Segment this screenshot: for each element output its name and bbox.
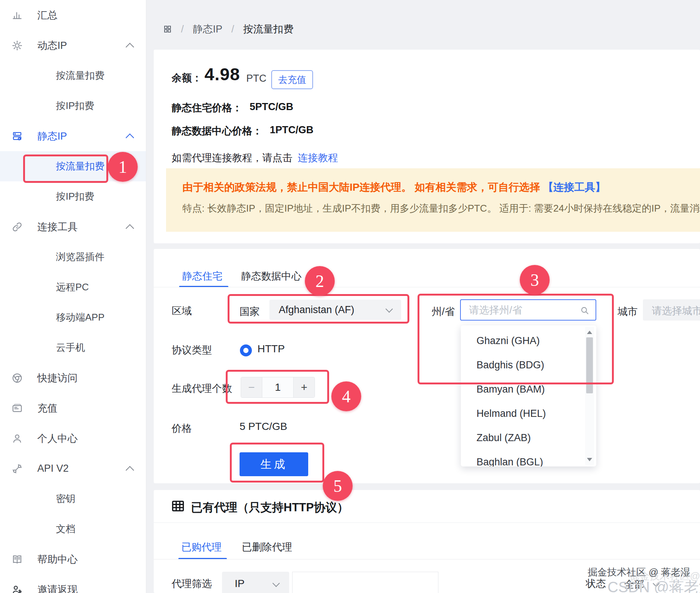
filter-search-input[interactable] bbox=[292, 572, 438, 593]
stepper-minus-button[interactable]: − bbox=[241, 377, 262, 397]
breadcrumb-separator: / bbox=[181, 24, 184, 35]
tab-deleted-proxies[interactable]: 已删除代理 bbox=[242, 540, 292, 554]
chevron-up-icon bbox=[126, 43, 134, 51]
sidebar-item-static-by-ip[interactable]: 按IP扣费 bbox=[0, 181, 146, 212]
sidebar-item-quick-access[interactable]: 快捷访问 bbox=[0, 363, 146, 393]
proxy-filter-label: 代理筛选 bbox=[172, 577, 212, 590]
annotation-badge-4: 4 bbox=[331, 381, 361, 411]
recharge-button[interactable]: 去充值 bbox=[271, 70, 313, 89]
tabs-divider bbox=[154, 559, 700, 559]
chevron-down-icon bbox=[385, 305, 393, 313]
scrollbar-thumb[interactable] bbox=[586, 337, 593, 393]
filter-type-select[interactable]: IP bbox=[222, 572, 289, 593]
sidebar-item-dynamic-by-traffic[interactable]: 按流量扣费 bbox=[0, 60, 146, 91]
sidebar-item-personal-center[interactable]: 个人中心 bbox=[0, 423, 146, 453]
country-select[interactable]: Afghanistan (AF) bbox=[269, 300, 401, 320]
plug-icon bbox=[11, 463, 23, 475]
chevron-up-icon bbox=[126, 466, 134, 474]
protocol-label: 协议类型 bbox=[172, 343, 212, 357]
sidebar-item-help-center[interactable]: 帮助中心 bbox=[0, 544, 146, 574]
state-option[interactable]: Helmand (HEL) bbox=[476, 408, 546, 423]
sidebar-item-dynamic-by-ip[interactable]: 按IP扣费 bbox=[0, 91, 146, 121]
city-label: 城市 bbox=[618, 305, 638, 318]
stepper-plus-button[interactable]: + bbox=[293, 377, 315, 397]
balance-currency: PTC bbox=[246, 73, 266, 84]
scroll-up-icon[interactable] bbox=[587, 331, 592, 334]
scroll-down-icon[interactable] bbox=[587, 458, 592, 461]
tab-static-residential[interactable]: 静态住宅 bbox=[182, 269, 222, 283]
person-icon bbox=[11, 433, 23, 444]
breadcrumb-current-page: 按流量扣费 bbox=[243, 22, 294, 36]
notice-line2: 特点: 长效静态IP，固定IP地址，生成IP不扣费，用多少流量扣多少PTC。 适… bbox=[182, 202, 700, 215]
sidebar-item-recharge[interactable]: 充值 bbox=[0, 393, 146, 423]
sidebar-item-dynamic-ip[interactable]: 动态IP bbox=[0, 30, 146, 60]
tutorial-link[interactable]: 连接教程 bbox=[298, 151, 338, 165]
table-icon bbox=[171, 499, 185, 513]
annotation-badge-2: 2 bbox=[305, 266, 335, 296]
generator-card: 静态住宅 静态数据中心 区域 国家 Afghanistan (AF) 州/省 城… bbox=[154, 249, 700, 483]
sidebar-item-connect-tools[interactable]: 连接工具 bbox=[0, 212, 146, 242]
sidebar-item-api-v2[interactable]: API V2 bbox=[0, 453, 146, 484]
state-option[interactable]: Baghlan (BGL) bbox=[476, 456, 543, 466]
generate-button[interactable]: 生成 bbox=[240, 452, 308, 476]
breadcrumb: / 静态IP / 按流量扣费 bbox=[163, 22, 294, 36]
proxy-count-label: 生成代理个数 bbox=[172, 382, 232, 395]
credit-card-icon bbox=[11, 402, 23, 414]
tutorial-text: 如需代理连接教程，请点击 bbox=[172, 151, 293, 165]
bar-chart-icon bbox=[11, 9, 23, 21]
search-icon bbox=[580, 306, 590, 315]
state-option[interactable]: Zabul (ZAB) bbox=[476, 432, 531, 447]
sidebar-item-browser-plugin[interactable]: 浏览器插件 bbox=[0, 242, 146, 272]
datacenter-price-label: 静态数据中心价格： bbox=[172, 124, 262, 138]
sidebar-item-api-keys[interactable]: 密钥 bbox=[0, 484, 146, 514]
sidebar-item-mobile-app[interactable]: 移动端APP bbox=[0, 302, 146, 333]
status-select-value[interactable]: 全部 bbox=[624, 578, 644, 591]
breadcrumb-static-ip[interactable]: 静态IP bbox=[193, 22, 223, 36]
sidebar-item-invite-rebate[interactable]: 邀请返现 bbox=[0, 574, 146, 593]
dropdown-scrollbar[interactable] bbox=[585, 327, 594, 465]
chevron-up-icon bbox=[126, 224, 134, 232]
tab-static-datacenter[interactable]: 静态数据中心 bbox=[241, 269, 301, 283]
city-select[interactable]: 请选择城市 bbox=[643, 299, 700, 321]
state-search-input[interactable] bbox=[468, 302, 574, 319]
filter-type-value: IP bbox=[235, 578, 244, 590]
policy-notice-banner: 由于相关的政策法规，禁止中国大陆IP连接代理。 如有相关需求，可自行选择 【连接… bbox=[166, 168, 700, 232]
notice-line1: 由于相关的政策法规，禁止中国大陆IP连接代理。 如有相关需求，可自行选择 【连接… bbox=[182, 180, 606, 194]
state-option[interactable]: Bamyan (BAM) bbox=[476, 384, 545, 399]
stepper-value[interactable]: 1 bbox=[262, 377, 293, 397]
http-radio[interactable] bbox=[240, 344, 252, 356]
price-value: 5 PTC/GB bbox=[240, 421, 287, 433]
invite-money-icon bbox=[11, 584, 23, 593]
sidebar-item-cloud-phone[interactable]: 云手机 bbox=[0, 333, 146, 363]
sidebar-item-docs[interactable]: 文档 bbox=[0, 514, 146, 544]
sidebar-item-static-ip[interactable]: 静态IP bbox=[0, 121, 146, 151]
gear-icon bbox=[11, 40, 23, 52]
balance-card: 余额： 4.98 PTC 去充值 静态住宅价格： 5PTC/GB 静态数据中心价… bbox=[154, 50, 700, 243]
grid-icon[interactable] bbox=[163, 25, 172, 34]
state-option[interactable]: Ghazni (GHA) bbox=[476, 335, 540, 350]
http-radio-label: HTTP bbox=[257, 343, 285, 355]
residential-price-label: 静态住宅价格： bbox=[172, 101, 242, 115]
connect-tools-link[interactable]: 【连接工具】 bbox=[543, 181, 606, 193]
tab-purchased-proxies[interactable]: 已购代理 bbox=[181, 540, 222, 554]
sidebar-item-remote-pc[interactable]: 远程PC bbox=[0, 272, 146, 302]
country-select-value: Afghanistan (AF) bbox=[279, 304, 354, 316]
state-option[interactable]: Badghis (BDG) bbox=[476, 359, 544, 374]
residential-price-row: 静态住宅价格： 5PTC/GB bbox=[172, 101, 293, 115]
residential-price-value: 5PTC/GB bbox=[250, 101, 293, 115]
datacenter-price-value: 1PTC/GB bbox=[270, 124, 313, 138]
annotation-badge-3: 3 bbox=[520, 265, 550, 295]
existing-proxies-card: 已有代理（只支持HTTP协议） 已购代理 已删除代理 代理筛选 IP 状态 全部 bbox=[154, 490, 700, 593]
state-dropdown-menu: Ghazni (GHA) Badghis (BDG) Bamyan (BAM) … bbox=[461, 325, 596, 466]
price-label: 价格 bbox=[172, 422, 192, 435]
balance-label: 余额： bbox=[172, 71, 202, 85]
chrome-icon bbox=[11, 372, 23, 384]
annotation-badge-1: 1 bbox=[108, 152, 138, 182]
book-icon bbox=[11, 553, 23, 565]
link-icon bbox=[11, 221, 23, 233]
state-label: 州/省 bbox=[432, 305, 455, 318]
server-icon bbox=[11, 130, 23, 142]
chevron-down-icon bbox=[272, 580, 280, 587]
state-search-field bbox=[460, 299, 596, 321]
sidebar-item-summary[interactable]: 汇总 bbox=[0, 0, 146, 30]
